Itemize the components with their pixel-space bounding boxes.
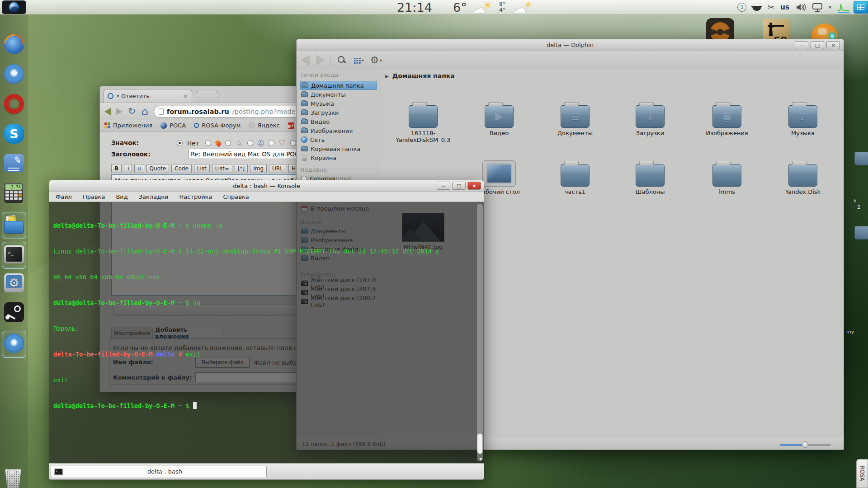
menu-edit[interactable]: Правка xyxy=(83,193,105,200)
underline-button[interactable]: u xyxy=(134,164,144,173)
sidebar-item-trash[interactable]: Корзина xyxy=(300,153,380,162)
minimize-button[interactable]: – xyxy=(795,41,808,49)
view-mode-button[interactable]: ▾ xyxy=(353,57,364,64)
sidebar-item-video[interactable]: Видео xyxy=(300,117,380,126)
scrollbar-thumb[interactable] xyxy=(477,433,483,454)
radio-dots[interactable] xyxy=(247,140,253,146)
bookmark-apps[interactable]: Приложения xyxy=(104,122,152,129)
weather-current-temp[interactable]: 6° xyxy=(453,0,467,14)
terminal-area[interactable]: delta@delta-To-be-filled-by-O-E-M ~ $ un… xyxy=(49,202,484,463)
rosa-corner-tab[interactable]: ROSA xyxy=(856,459,868,488)
volume-icon[interactable] xyxy=(795,3,806,12)
menu-view[interactable]: Вид xyxy=(116,193,127,200)
scroll-down-arrow-icon[interactable]: ▼ xyxy=(479,457,482,461)
list-item-button[interactable]: [*] xyxy=(235,164,248,173)
desktop-icon-folder-edge-1[interactable] xyxy=(854,152,868,165)
bowl-tray-icon[interactable] xyxy=(752,7,761,11)
folder-item[interactable]: часть1 xyxy=(541,154,609,195)
display-tray-icon[interactable] xyxy=(812,3,823,12)
clipboard-tray-icon[interactable]: 1 xyxy=(737,3,746,12)
new-tab-button[interactable] xyxy=(196,91,218,103)
radio-star[interactable] xyxy=(225,140,231,146)
forward-button[interactable] xyxy=(116,108,123,115)
breadcrumb[interactable]: ▶ Домашняя папка xyxy=(385,71,455,81)
dock-item-trash[interactable] xyxy=(4,469,24,488)
close-button[interactable]: × xyxy=(467,182,481,190)
img-button[interactable]: Img xyxy=(250,164,267,173)
browser-tab[interactable]: • Ответить × xyxy=(104,89,192,103)
list-eq-button[interactable]: List= xyxy=(212,164,232,173)
sidebar-item-network[interactable]: Сеть xyxy=(300,135,380,144)
minimize-button[interactable]: – xyxy=(437,182,450,190)
code-button[interactable]: Code xyxy=(171,164,192,173)
maximize-button[interactable]: □ xyxy=(452,182,466,190)
konsole-title-bar[interactable]: delta : bash — Konsole – □ × xyxy=(49,180,484,192)
clock[interactable]: 21:14 xyxy=(397,0,432,14)
radio-none[interactable] xyxy=(177,140,183,146)
sidebar-item-root[interactable]: Корневая папка xyxy=(300,144,380,153)
back-button[interactable] xyxy=(302,55,310,65)
bookmark-rosa-forum[interactable]: ROSA-Форум xyxy=(194,122,241,129)
bold-button[interactable]: B xyxy=(111,164,122,173)
sidebar-item-music[interactable]: Музыка xyxy=(300,99,380,108)
back-button[interactable] xyxy=(104,108,111,115)
quote-button[interactable]: Quote xyxy=(146,164,169,173)
subject-input[interactable] xyxy=(188,149,302,159)
reload-button[interactable]: ↻ xyxy=(128,107,136,116)
dock-item-calculator[interactable]: 3.74 xyxy=(4,183,24,203)
dock-item-dolphin[interactable] xyxy=(4,215,24,235)
desktop-icon-folder-edge-2[interactable] xyxy=(854,226,868,239)
slider-thumb[interactable] xyxy=(802,441,808,448)
radio-heart[interactable] xyxy=(269,140,274,146)
rosa-menu-button[interactable] xyxy=(2,0,26,14)
bookmark-rosa[interactable]: РОСА xyxy=(160,122,186,129)
list-button[interactable]: List xyxy=(194,164,210,173)
cpu-monitor-sparkline[interactable] xyxy=(837,1,850,13)
dock-item-editor[interactable]: ✎ xyxy=(4,153,24,173)
keyboard-layout-indicator[interactable]: us xyxy=(780,3,789,11)
radio-flame[interactable] xyxy=(205,140,211,146)
sidebar-item-documents[interactable]: Документы xyxy=(300,90,380,99)
dock-item-opera[interactable] xyxy=(4,94,24,114)
folder-item[interactable]: ↓ Загрузки xyxy=(616,95,684,136)
search-icon[interactable] xyxy=(337,55,347,65)
dock-item-chromium[interactable] xyxy=(4,64,24,84)
dock-item-firefox[interactable] xyxy=(4,34,24,54)
klipper-scissors-icon[interactable]: ✂ xyxy=(767,2,774,12)
bookmark-yandex[interactable]: Яндекс xyxy=(249,122,280,129)
menu-settings[interactable]: Настройка xyxy=(179,193,212,200)
dock-item-skype[interactable]: S xyxy=(4,124,24,144)
tools-menu-button[interactable]: ⚙▾ xyxy=(370,56,382,65)
terminal-scrollbar[interactable]: ▼ xyxy=(477,204,483,461)
folder-item[interactable]: ≣ Документы xyxy=(541,95,609,136)
folder-item[interactable]: 161118-YandexDiskSM_0.3 xyxy=(389,95,458,143)
dock-item-konsole[interactable]: >_ xyxy=(4,244,24,264)
menu-bookmarks[interactable]: Закладки xyxy=(139,193,169,200)
desktop-grid-button[interactable] xyxy=(854,1,868,14)
folder-item[interactable]: Шаблоны xyxy=(616,154,684,195)
tab-close-icon[interactable]: × xyxy=(183,93,188,99)
home-button[interactable]: ⌂ xyxy=(142,106,148,117)
dock-item-browser[interactable] xyxy=(4,333,24,353)
radio-extra[interactable] xyxy=(290,140,296,146)
close-button[interactable]: × xyxy=(826,41,840,49)
sidebar-item-downloads[interactable]: Загрузки xyxy=(300,108,380,117)
menu-file[interactable]: Файл xyxy=(56,193,72,200)
dock-item-settings[interactable]: ⚙ xyxy=(4,273,24,293)
sidebar-item-pictures[interactable]: Изображения xyxy=(300,126,380,135)
zoom-slider[interactable] xyxy=(780,444,831,446)
konsole-session-tab[interactable]: >_ delta : bash xyxy=(51,465,267,478)
dolphin-title-bar[interactable]: delta — Dolphin – □ × xyxy=(297,39,844,51)
folder-item[interactable]: ♪ Музыка xyxy=(769,95,837,136)
sidebar-item-home[interactable]: Домашняя папка xyxy=(300,81,377,90)
menu-help[interactable]: Справка xyxy=(223,193,249,200)
maximize-button[interactable]: □ xyxy=(811,41,824,49)
folder-item[interactable]: Yandex.Disk xyxy=(769,154,837,195)
dock-item-steam[interactable] xyxy=(4,302,24,322)
folder-item[interactable]: ▶ Видео xyxy=(465,95,533,136)
forward-button[interactable] xyxy=(316,55,324,65)
folder-item[interactable]: ▣ Изображения xyxy=(693,95,761,136)
folder-item[interactable]: lmms xyxy=(693,154,761,195)
url-button[interactable]: URL xyxy=(269,164,286,173)
tray-expand-chevron-icon[interactable]: ▾ xyxy=(829,4,831,10)
